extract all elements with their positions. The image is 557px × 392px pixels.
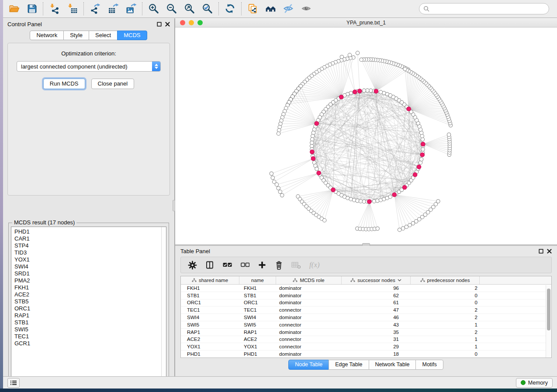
mcds-result-item[interactable]: STP4 [14,242,166,249]
network-node[interactable] [421,148,425,151]
zoom-window-button[interactable] [197,20,203,25]
network-node[interactable] [376,227,379,230]
mcds-result-item[interactable]: YOX1 [14,256,166,263]
deselect-all-rows-button[interactable] [241,262,249,268]
network-node[interactable] [277,128,281,132]
network-node[interactable] [372,199,376,203]
optimization-criterion-select[interactable]: largest connected component (undirected) [17,61,161,72]
network-canvas[interactable] [175,28,557,245]
import-table-button[interactable] [63,1,81,17]
network-node[interactable] [311,131,315,134]
export-image-button[interactable] [122,1,140,17]
mcds-node[interactable] [331,188,336,192]
mcds-node[interactable] [374,89,378,93]
mcds-result-item[interactable]: SWI5 [14,326,166,333]
open-session-button[interactable] [5,1,23,17]
mcds-node[interactable] [402,185,407,189]
table-row[interactable]: YOX1YOX1connector291 [181,343,551,351]
mcds-node[interactable] [413,172,417,177]
column-header-mcds-role[interactable]: MCDS role [276,276,342,284]
mcds-node[interactable] [367,199,372,204]
import-network-button[interactable] [45,1,63,17]
column-header-shared-name[interactable]: shared name [181,276,239,284]
network-node[interactable] [403,67,407,71]
delete-column-button[interactable] [275,261,283,270]
network-node[interactable] [315,167,318,171]
column-header-successor-nodes[interactable]: successor nodes [342,276,411,284]
network-node[interactable] [278,190,282,193]
network-node[interactable] [388,195,392,198]
close-window-button[interactable] [180,20,185,25]
export-table-button[interactable] [104,1,122,17]
show-hidden-panels-button[interactable] [7,378,20,388]
network-node[interactable] [277,132,280,135]
mcds-node[interactable] [353,90,357,94]
tab-network[interactable]: Network [30,31,64,40]
network-node[interactable] [278,125,281,129]
table-row[interactable]: ACE2ACE2connector311 [181,336,551,344]
close-panel-icon[interactable] [547,249,552,254]
network-node[interactable] [379,90,382,94]
network-node[interactable] [356,199,359,203]
table-row[interactable]: PHD1PHD1dominator180 [181,351,551,358]
mcds-result-item[interactable]: FKH1 [14,284,166,291]
network-node[interactable] [421,138,424,141]
network-node[interactable] [362,199,366,203]
float-panel-icon[interactable] [157,22,162,27]
network-node[interactable] [419,158,423,161]
memory-button[interactable]: Memory [516,378,553,388]
mcds-node[interactable] [421,142,425,146]
mcds-node[interactable] [315,121,319,126]
tab-network-table[interactable]: Network Table [369,360,416,370]
minimize-window-button[interactable] [189,20,194,25]
mcds-node[interactable] [357,89,362,93]
mcds-node[interactable] [339,95,343,99]
add-column-button[interactable] [258,261,266,269]
network-node[interactable] [323,219,326,222]
mcds-result-item[interactable]: ACE2 [14,291,166,298]
table-row[interactable]: SWI5SWI5connector431 [181,321,551,329]
mcds-result-item[interactable]: TEC1 [14,333,166,340]
zoom-in-button[interactable] [145,1,163,17]
clone-network-button[interactable] [244,1,262,17]
tab-edge-table[interactable]: Edge Table [329,360,369,370]
choose-columns-button[interactable] [205,261,214,269]
network-node[interactable] [401,227,405,230]
network-node[interactable] [340,55,343,58]
network-node[interactable] [311,134,315,138]
mcds-result-item[interactable]: TID3 [14,249,166,256]
network-node[interactable] [352,198,356,202]
table-scrollbar-thumb[interactable] [547,289,550,330]
tab-node-table[interactable]: Node Table [288,360,329,370]
tab-motifs[interactable]: Motifs [415,360,443,370]
close-panel-button[interactable]: Close panel [91,79,135,89]
mcds-node[interactable] [311,156,315,161]
mcds-result-item[interactable]: STB5 [14,298,166,305]
refresh-button[interactable] [221,1,239,17]
table-row[interactable]: TEC1TEC1connector472 [181,306,551,314]
network-node[interactable] [270,172,273,175]
table-scrollbar-track[interactable] [546,285,551,358]
table-row[interactable]: SWI4SWI4dominator462 [181,314,551,321]
run-mcds-button[interactable]: Run MCDS [43,79,85,89]
show-all-button[interactable] [298,1,315,17]
column-header-name[interactable]: name [239,276,276,284]
network-node[interactable] [280,193,284,197]
first-neighbors-button[interactable] [262,1,280,17]
network-node[interactable] [310,141,314,144]
network-node[interactable] [376,199,379,203]
network-node[interactable] [275,183,278,186]
mcds-result-item[interactable]: PMA2 [14,277,166,284]
network-node[interactable] [359,199,362,203]
network-node[interactable] [436,199,440,203]
tab-select[interactable]: Select [89,31,118,40]
zoom-fit-button[interactable] [180,1,198,17]
network-node[interactable] [310,144,314,148]
search-input[interactable] [432,6,545,12]
network-node[interactable] [277,186,280,190]
table-settings-button[interactable] [188,261,197,270]
network-node[interactable] [405,225,408,228]
mcds-node[interactable] [407,107,411,111]
network-node[interactable] [362,89,366,92]
column-header-predecessor-nodes[interactable]: predecessor nodes [411,276,480,284]
